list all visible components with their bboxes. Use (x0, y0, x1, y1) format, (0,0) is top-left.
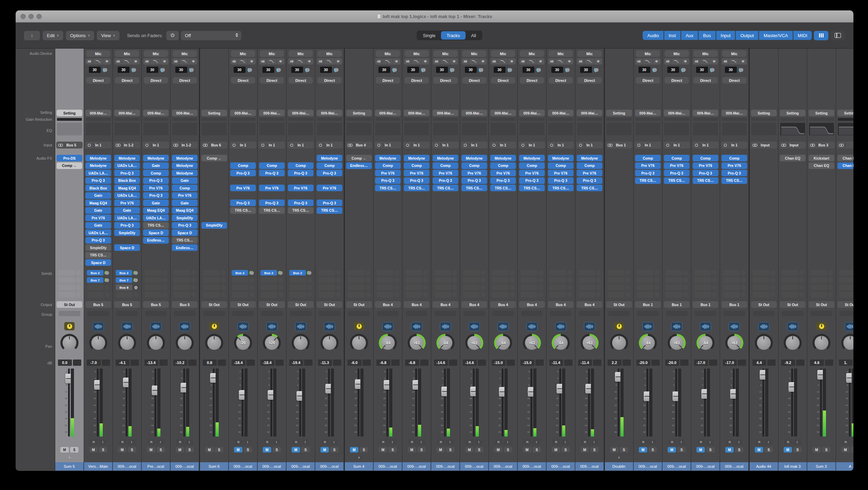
channel-strip-9-009-…ocal[interactable]: Mic48Φ30Direct009-Mai…In 1CompPro-Q 3Pre… (286, 49, 315, 471)
mic-gain-value[interactable]: 30 (378, 67, 390, 73)
eq-display[interactable] (143, 123, 168, 135)
mute-button[interactable]: M (725, 447, 734, 453)
send-slot[interactable] (810, 270, 833, 276)
fader-track[interactable] (183, 369, 185, 437)
direct-monitor-button[interactable]: Direct (115, 77, 139, 84)
mic-gain-knob[interactable] (421, 67, 426, 73)
audio-fx-slot[interactable]: Pre V76 (259, 185, 285, 191)
mic-gain-knob[interactable] (450, 67, 455, 73)
direct-monitor-button[interactable]: Direct (693, 77, 718, 84)
eq-display[interactable] (462, 123, 487, 135)
group-slot[interactable] (811, 311, 832, 316)
eq-display[interactable] (375, 123, 400, 135)
solo-button[interactable]: S (620, 447, 628, 453)
audio-fx-slot[interactable]: Pro-Q 3 (288, 200, 314, 206)
record-enable-button[interactable]: R (524, 439, 531, 445)
audio-fx-slot[interactable]: Pro-Q 3 (317, 170, 342, 176)
input-selector[interactable]: In 1 (316, 142, 343, 149)
audio-fx-slot[interactable]: Gate (172, 200, 198, 206)
channel-strip-19-009-…ocal[interactable]: Mic48Φ30Direct009-Mai…In 1MelodyneCompPr… (575, 49, 604, 471)
mic-button[interactable]: Mic (693, 50, 718, 57)
input-selector[interactable]: In 1 (259, 142, 285, 149)
track-name[interactable]: 009-…ocal (258, 462, 286, 471)
record-enable-button[interactable]: R (466, 439, 474, 445)
group-slot[interactable] (116, 311, 138, 316)
mic-gain-value[interactable]: 30 (407, 67, 419, 73)
audio-fx-slot[interactable]: Comp (172, 185, 198, 191)
send-slot[interactable] (174, 292, 196, 297)
send-slot[interactable]: Bus 8 (116, 285, 139, 290)
audio-fx-slot[interactable]: Melodyne (519, 155, 545, 161)
low-cut-button[interactable] (643, 58, 652, 65)
phase-invert-button[interactable]: Φ (594, 58, 602, 65)
phase-invert-button[interactable]: Φ (653, 58, 660, 65)
audio-fx-slot[interactable]: Pro-Q 3 (490, 177, 516, 184)
direct-monitor-button[interactable]: Direct (549, 77, 573, 84)
audio-fx-slot[interactable]: TR5 CS… (230, 207, 256, 214)
solo-button[interactable]: S (765, 447, 773, 453)
channel-strip-3-009-…ocal[interactable]: Mic48Φ30Direct009-Mai…In 1-2MelodyneUADx… (113, 49, 142, 471)
send-bus-button[interactable]: Bus 7 (116, 277, 132, 283)
mic-gain-knob[interactable] (132, 67, 137, 73)
eq-display[interactable] (577, 123, 602, 135)
fader-track[interactable] (155, 369, 156, 437)
direct-monitor-button[interactable]: Direct (462, 77, 486, 84)
send-slot[interactable] (318, 292, 341, 297)
audio-fx-slot[interactable]: Endless… (346, 162, 372, 169)
db-value[interactable]: -18.4 (260, 360, 274, 366)
audio-fx-slot[interactable]: Comp ← (346, 155, 372, 161)
mic-button[interactable]: Mic (289, 50, 313, 57)
output-selector[interactable]: St Out (288, 301, 314, 308)
send-slot[interactable] (290, 292, 312, 297)
channel-strip-11-Sum-4[interactable]: SettingBus 4Comp ←Endless…St Out-6.06061… (344, 49, 374, 471)
tab-tracks[interactable]: Tracks (441, 31, 466, 40)
view-menu[interactable]: View ∨ (97, 31, 119, 40)
audio-fx-slot[interactable]: Pro-Q 3 (259, 200, 285, 206)
mute-button[interactable]: M (812, 447, 821, 453)
record-enable-button[interactable]: R (379, 439, 387, 445)
filter-midi[interactable]: MIDI (793, 31, 812, 40)
mic-gain-knob[interactable] (565, 67, 570, 73)
send-slot[interactable] (782, 292, 804, 297)
group-slot[interactable] (348, 311, 370, 316)
channel-strip-7-009-…ocal[interactable]: Mic48Φ30Direct009-Mai…In 1CompPro-Q 3Pre… (229, 49, 258, 471)
track-name[interactable]: 009-…ocal (489, 462, 517, 471)
mic-gain-knob[interactable] (189, 67, 194, 73)
audio-fx-slot[interactable]: Melodyne (433, 155, 458, 161)
send-slot[interactable] (578, 270, 601, 276)
audio-fx-slot[interactable]: Pro-Q 3 (114, 170, 140, 176)
solo-button[interactable]: S (561, 447, 570, 453)
send-bus-button[interactable]: Bus 2 (289, 270, 306, 276)
record-enable-button[interactable]: R (726, 439, 734, 445)
send-slot[interactable] (666, 277, 688, 283)
fader-track[interactable] (618, 369, 619, 437)
audio-fx-slot[interactable]: Black Box (114, 177, 140, 184)
audio-fx-slot[interactable]: Pro-Q 3 (461, 177, 487, 184)
mic-gain-value[interactable]: 30 (320, 67, 332, 73)
eq-display[interactable] (838, 123, 853, 135)
record-enable-button[interactable]: R (437, 439, 445, 445)
send-slot[interactable] (578, 292, 601, 297)
pan-knob[interactable]: -20 (234, 334, 252, 352)
phantom-48v-button[interactable]: 48 (664, 58, 671, 65)
audio-fx-slot[interactable]: Space D (143, 229, 169, 236)
record-enable-button[interactable]: R (640, 439, 647, 445)
send-slot[interactable] (839, 285, 854, 290)
audio-fx-slot[interactable]: Gate (143, 162, 169, 169)
send-slot[interactable] (261, 292, 283, 297)
channel-strip-15-009-…ocal[interactable]: Mic48Φ30Direct009-Mai…In 1MelodyneCompPr… (460, 49, 489, 471)
low-cut-button[interactable] (671, 58, 681, 65)
track-name[interactable]: Sum 6 (200, 462, 228, 471)
input-monitor-button[interactable]: I (649, 439, 656, 445)
db-value[interactable]: 0.8 (203, 360, 217, 366)
audio-fx-slot[interactable]: SmpleDly (201, 222, 227, 229)
mic-gain-knob[interactable] (248, 67, 253, 73)
channel-strip-12-009-…ocal[interactable]: Mic48Φ30Direct009-Mai…In 1MelodyneCompPr… (374, 49, 402, 471)
audio-fx-slot[interactable]: Pre V76 (230, 185, 256, 191)
record-enable-button[interactable]: R (119, 439, 126, 445)
mic-gain-knob[interactable] (305, 67, 310, 73)
phase-invert-button[interactable]: Φ (306, 58, 313, 65)
pan-knob[interactable]: -64 (639, 334, 657, 352)
audio-fx-slot[interactable]: SmpleDly (85, 244, 111, 251)
audio-fx-slot[interactable]: Pre V76 (548, 170, 574, 176)
